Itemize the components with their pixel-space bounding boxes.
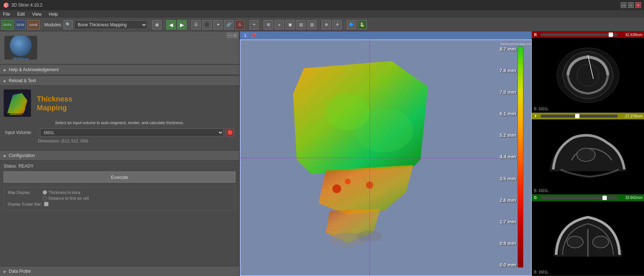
input-volume-select[interactable]: 1601L: [40, 129, 224, 137]
data-probe-section[interactable]: ▶ Data Probe: [0, 266, 239, 276]
close-button[interactable]: ✕: [635, 2, 641, 8]
link-btn[interactable]: 🔗: [224, 20, 234, 30]
layout-btn[interactable]: ▦: [152, 20, 161, 30]
menu-edit[interactable]: Edit: [16, 11, 26, 18]
yellow-slice-label: Y: [533, 114, 538, 118]
separator-1: [42, 20, 42, 29]
config-section-header[interactable]: ▶ Configuration: [0, 150, 239, 161]
help-section-header[interactable]: ▶ Help & Acknowledgement: [0, 65, 239, 75]
red-ct-svg: [551, 46, 624, 104]
module-icon-btn[interactable]: 🔷: [347, 20, 356, 30]
green-slice-thumb[interactable]: [602, 196, 607, 200]
scalar-bar-checkbox[interactable]: [44, 202, 48, 206]
red-slice-thumb[interactable]: [609, 32, 613, 37]
center-3d-view[interactable]: 1 📌: [240, 31, 532, 276]
thickness-mapping-header: Thickness Mapping: [4, 89, 235, 117]
modules-label: Modules:: [44, 22, 62, 27]
radio-thickness-dura[interactable]: Thickness to dura: [43, 190, 80, 195]
search-modules-btn[interactable]: 🔍: [63, 20, 73, 30]
reload-section-header[interactable]: ▶ Reload & Test: [0, 76, 239, 86]
colorbar-container: ThicknessColorMap (mm) 8.7 mm 7.8 mm 7.0…: [500, 42, 529, 269]
color-label-0: 8.7 mm: [500, 46, 516, 52]
yellow-slice-slider[interactable]: [540, 115, 618, 118]
thickness-title-2: Mapping: [37, 104, 67, 112]
green-slice-b-label: B: 1601L: [534, 270, 549, 274]
logo-area: ● 3DSlicer — ✕: [0, 31, 239, 64]
title-bar-controls[interactable]: — □ ✕: [621, 2, 641, 8]
color-label-6: 3.5 mm: [500, 176, 516, 181]
color-label-3: 6.1 mm: [500, 111, 516, 116]
green-slice-view: G 33.842mm: [532, 195, 644, 276]
scalar-bar-row: Display Scalar Bar:: [8, 202, 231, 206]
crosshair-2-btn[interactable]: ✛: [332, 20, 342, 30]
error-btn[interactable]: ⚠: [235, 20, 245, 30]
menu-file[interactable]: File: [1, 11, 11, 18]
color-label-10: 0.0 mm: [500, 262, 516, 268]
separator-4: [189, 20, 189, 29]
vol-btn[interactable]: ▣: [285, 20, 295, 30]
right-panel: R 42.639mm B:: [532, 31, 644, 276]
input-volume-icon-btn[interactable]: 🔴: [226, 129, 234, 137]
reload-arrow-icon: ▶: [4, 79, 7, 83]
radio-air-cell[interactable]: Distance to first air cell: [43, 196, 89, 200]
module-selector[interactable]: Bone Thickness Mapping: [74, 20, 147, 29]
slice-btn[interactable]: ≡: [274, 20, 284, 30]
scissors-btn[interactable]: ✂: [249, 20, 259, 30]
map-display-label: Map Display:: [8, 190, 40, 195]
thickness-thumb-svg: [4, 89, 31, 117]
python-btn[interactable]: 🐍: [358, 20, 367, 30]
title-bar-left: 🎯 3D Slicer 4.10.2: [3, 2, 42, 8]
config-arrow-icon: ▶: [4, 154, 7, 158]
yellow-slice-thumb[interactable]: [575, 114, 579, 118]
crosshair-btn[interactable]: ⊕: [321, 20, 331, 30]
red-slice-header: R 42.639mm: [532, 31, 644, 38]
toolbar: DATA DCM SAVE Modules: 🔍 Bone Thickness …: [0, 18, 644, 31]
separator-8: [344, 20, 344, 29]
vol2-btn[interactable]: ▤: [296, 20, 306, 30]
modules-list-btn[interactable]: ☰: [191, 20, 201, 30]
green-slice-label: G: [533, 196, 538, 200]
svg-point-8: [332, 184, 341, 193]
vol3-btn[interactable]: ▥: [307, 20, 317, 30]
red-slice-b-label: B: 1601L: [534, 107, 549, 111]
module-content: Thickness Mapping Select an input volume…: [0, 86, 239, 150]
save-btn[interactable]: SAVE: [27, 20, 39, 30]
logo-minimize-btn[interactable]: —: [227, 33, 232, 38]
scalar-bar-checkbox-row[interactable]: [44, 202, 48, 206]
star-btn[interactable]: ✦: [213, 20, 223, 30]
red-slice-view: R 42.639mm B:: [532, 31, 644, 113]
data-btn[interactable]: DATA: [1, 20, 13, 30]
back-btn[interactable]: ◀: [166, 20, 176, 30]
help-section-label: Help & Acknowledgement: [9, 67, 59, 72]
reload-section-label: Reload & Test: [9, 78, 36, 83]
grid-view-btn[interactable]: ⊞: [264, 20, 273, 30]
forward-btn[interactable]: ▶: [177, 20, 187, 30]
color-label-5: 4.4 mm: [500, 154, 516, 160]
thickness-title-block: Thickness Mapping: [37, 95, 73, 112]
green-slice-slider[interactable]: [540, 196, 618, 199]
yellow-slice-view: Y -27.279mm: [532, 113, 644, 194]
dcm-btn[interactable]: DCM: [15, 20, 26, 30]
scalar-bar-label: Display Scalar Bar:: [8, 202, 42, 206]
execute-button[interactable]: Execute: [4, 172, 235, 183]
radio-thickness-dura-btn[interactable]: [43, 190, 47, 195]
logo-controls: — ✕: [227, 33, 238, 38]
input-volume-row: Input Volume: 1601L 🔴: [4, 129, 235, 137]
maximize-button[interactable]: □: [628, 2, 634, 8]
cube-btn[interactable]: ⬛: [202, 20, 212, 30]
data-probe-arrow-icon: ▶: [4, 269, 7, 273]
menu-help[interactable]: Help: [47, 11, 59, 18]
svg-point-12: [326, 94, 370, 130]
svg-point-22: [593, 236, 609, 248]
help-arrow-icon: ▶: [4, 68, 7, 72]
radio-air-cell-btn[interactable]: [43, 196, 47, 200]
logo-close-btn[interactable]: ✕: [233, 33, 238, 38]
logo-3dslicer: ● 3DSlicer: [10, 36, 32, 60]
menu-view[interactable]: View: [31, 11, 43, 18]
bone-3d-svg: [275, 57, 464, 258]
map-display-section: Map Display: Thickness to dura Distance …: [4, 187, 235, 211]
red-slice-slider[interactable]: [540, 33, 618, 36]
yellow-slice-b-label: B: 1601L: [534, 189, 549, 193]
minimize-button[interactable]: —: [621, 2, 627, 8]
separator-3: [164, 20, 164, 29]
